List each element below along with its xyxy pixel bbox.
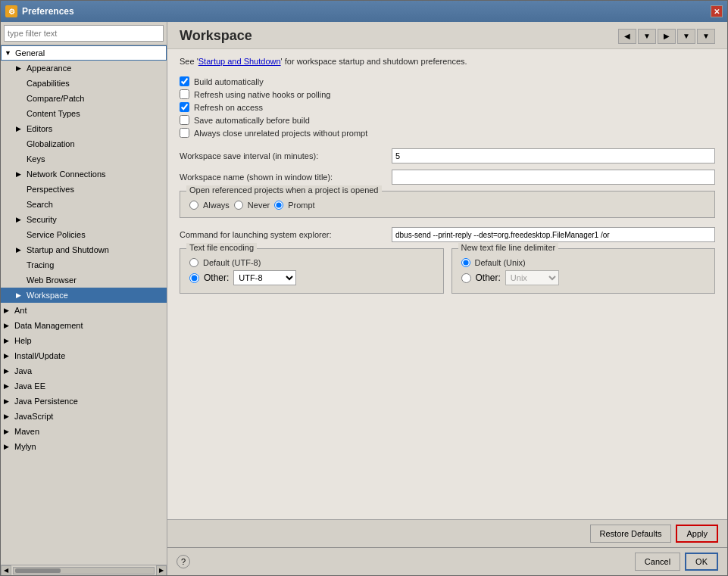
h-scroll-track[interactable] [13, 567, 155, 574]
startup-shutdown-link[interactable]: Startup and Shutdown [198, 57, 281, 66]
sidebar-item-network-connections[interactable]: ▶ Network Connections [1, 167, 167, 182]
page-title: Workspace [180, 28, 252, 44]
arrow-icon [16, 110, 27, 117]
sidebar-item-globalization[interactable]: Globalization [1, 136, 167, 151]
refresh-access-checkbox[interactable] [180, 102, 189, 112]
sidebar-item-label: Java Persistence [14, 397, 78, 406]
sidebar-item-appearance[interactable]: ▶ Appearance [1, 61, 167, 76]
sidebar-item-label: Capabilities [27, 79, 70, 88]
menu-button[interactable]: ▼ [697, 29, 715, 44]
default-utf8-radio[interactable] [189, 258, 198, 267]
always-radio[interactable] [189, 201, 198, 210]
sidebar-item-capabilities[interactable]: Capabilities [1, 76, 167, 91]
sidebar-item-perspectives[interactable]: Perspectives [1, 182, 167, 197]
prompt-label: Prompt [288, 201, 314, 210]
sidebar-item-ant[interactable]: ▶ Ant [1, 303, 167, 318]
arrow-icon: ▶ [4, 397, 14, 405]
other-encoding-radio[interactable] [189, 273, 199, 283]
arrow-icon [16, 79, 27, 87]
arrow-icon: ▶ [4, 382, 14, 390]
arrow-icon: ▶ [16, 246, 27, 254]
default-unix-radio[interactable] [461, 258, 470, 267]
delimiter-select[interactable]: Unix Windows Mac OS [505, 270, 559, 285]
back-button[interactable]: ◀ [618, 29, 636, 44]
sidebar-item-java[interactable]: ▶ Java [1, 363, 167, 378]
sidebar-item-maven[interactable]: ▶ Maven [1, 424, 167, 439]
sidebar-item-label: Service Policies [27, 230, 86, 239]
cancel-button[interactable]: Cancel [635, 553, 680, 571]
build-automatically-checkbox[interactable] [180, 76, 189, 86]
sidebar-item-content-types[interactable]: Content Types [1, 106, 167, 121]
sidebar-item-java-persistence[interactable]: ▶ Java Persistence [1, 394, 167, 409]
sidebar-item-editors[interactable]: ▶ Editors [1, 121, 167, 136]
arrow-icon [16, 95, 27, 102]
sidebar-item-tracing[interactable]: Tracing [1, 257, 167, 272]
back-dropdown[interactable]: ▼ [638, 29, 656, 44]
text-encoding-group: Text file encoding Default (UTF-8) Other… [180, 248, 444, 294]
sidebar-item-label: Perspectives [27, 185, 74, 194]
sidebar-item-label: Startup and Shutdown [27, 245, 109, 254]
command-row: Command for launching system explorer: [180, 227, 715, 242]
encoding-delimiter-row: Text file encoding Default (UTF-8) Other… [180, 248, 715, 303]
sidebar-item-help[interactable]: ▶ Help [1, 333, 167, 348]
sidebar-item-security[interactable]: ▶ Security [1, 212, 167, 227]
workspace-name-input[interactable] [392, 170, 715, 185]
sidebar-item-label: Java [14, 366, 32, 375]
sidebar-item-label: Appearance [27, 64, 71, 73]
restore-defaults-button[interactable]: Restore Defaults [590, 525, 672, 543]
scroll-right-btn[interactable]: ▶ [156, 565, 167, 576]
save-interval-label: Workspace save interval (in minutes): [180, 151, 392, 160]
sidebar-item-java-ee[interactable]: ▶ Java EE [1, 378, 167, 394]
default-utf8-label: Default (UTF-8) [203, 258, 261, 267]
arrow-icon: ▶ [16, 216, 27, 223]
close-unrelated-checkbox[interactable] [180, 128, 189, 138]
command-label: Command for launching system explorer: [180, 230, 392, 239]
sidebar-item-label: Data Management [14, 321, 83, 330]
arrow-icon: ▶ [4, 307, 14, 314]
apply-button[interactable]: Apply [676, 525, 718, 543]
window-title: Preferences [22, 6, 74, 17]
arrow-icon: ▶ [4, 322, 14, 329]
sidebar-item-label: Install/Update [14, 351, 65, 360]
sidebar-item-label: Network Connections [27, 170, 106, 179]
forward-dropdown[interactable]: ▼ [677, 29, 695, 44]
sidebar-item-label: Editors [27, 124, 52, 133]
ok-button[interactable]: OK [685, 553, 718, 571]
sidebar-item-label: Help [14, 336, 32, 345]
help-button[interactable]: ? [177, 555, 190, 568]
sidebar-item-javascript[interactable]: ▶ JavaScript [1, 409, 167, 424]
close-button[interactable]: ✕ [711, 5, 723, 17]
sidebar-item-install-update[interactable]: ▶ Install/Update [1, 348, 167, 363]
checkbox-row-refresh-access: Refresh on access [180, 102, 715, 112]
refresh-native-checkbox[interactable] [180, 89, 189, 99]
refresh-access-label: Refresh on access [194, 103, 263, 112]
command-input[interactable] [392, 227, 715, 242]
sidebar-item-web-browser[interactable]: Web Browser [1, 272, 167, 288]
arrow-icon [16, 185, 27, 193]
save-interval-input[interactable] [392, 148, 715, 163]
h-scroll-thumb [15, 568, 61, 573]
sidebar-item-service-policies[interactable]: Service Policies [1, 227, 167, 242]
save-before-build-checkbox[interactable] [180, 115, 189, 125]
horizontal-scrollbar: ◀ ▶ [1, 565, 167, 575]
sidebar-item-mylyn[interactable]: ▶ Mylyn [1, 439, 167, 454]
sidebar-item-data-management[interactable]: ▶ Data Management [1, 318, 167, 333]
sidebar-item-search[interactable]: Search [1, 197, 167, 212]
sidebar-item-startup-shutdown[interactable]: ▶ Startup and Shutdown [1, 242, 167, 257]
sidebar-item-general[interactable]: ▼ General [1, 45, 167, 61]
sidebar-item-compare-patch[interactable]: Compare/Patch [1, 91, 167, 106]
other-delimiter-radio[interactable] [461, 273, 471, 283]
scroll-left-btn[interactable]: ◀ [1, 565, 11, 576]
delimiter-default-row: Default (Unix) [461, 258, 706, 267]
always-label: Always [203, 201, 230, 210]
search-input[interactable] [4, 25, 164, 42]
arrow-icon: ▶ [16, 125, 27, 132]
forward-button[interactable]: ▶ [658, 29, 676, 44]
other-encoding-label: Other: [204, 272, 229, 283]
sidebar-item-label: Maven [14, 427, 39, 436]
encoding-select[interactable]: UTF-8 UTF-16 ISO-8859-1 [233, 270, 296, 285]
prompt-radio[interactable] [274, 201, 283, 210]
never-radio[interactable] [234, 201, 243, 210]
sidebar-item-workspace[interactable]: ▶ Workspace [1, 288, 167, 303]
sidebar-item-keys[interactable]: Keys [1, 151, 167, 167]
